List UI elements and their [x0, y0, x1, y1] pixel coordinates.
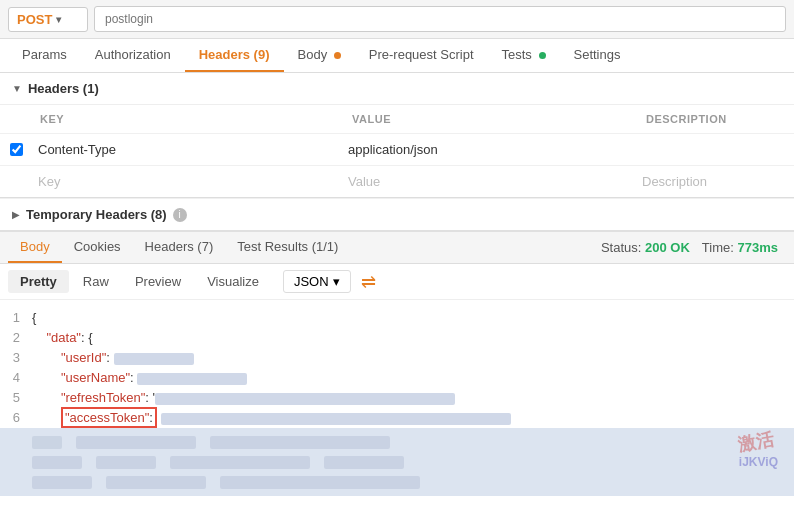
collapse-icon: ▼	[12, 83, 22, 94]
dropdown-chevron: ▾	[333, 274, 340, 289]
placeholder-key[interactable]: Key	[30, 170, 340, 193]
tests-dot	[539, 52, 546, 59]
code-area: 1 { 2 "data": { 3 "userId": 4 "userName"…	[0, 300, 794, 504]
col-value-header: VALUE	[340, 109, 634, 129]
time-label: Time: 773ms	[702, 240, 778, 255]
row-value: application/json	[340, 138, 634, 161]
tab-settings[interactable]: Settings	[560, 39, 635, 72]
code-line-1: 1 {	[0, 308, 794, 328]
format-tab-preview[interactable]: Preview	[123, 270, 193, 293]
response-tab-headers[interactable]: Headers (7)	[133, 232, 226, 263]
code-line-3: 3 "userId":	[0, 348, 794, 368]
url-input[interactable]	[94, 6, 786, 32]
code-line-4: 4 "userName":	[0, 368, 794, 388]
tab-prerequest[interactable]: Pre-request Script	[355, 39, 488, 72]
response-status: Status: 200 OK Time: 773ms	[601, 240, 786, 255]
method-label: POST	[17, 12, 52, 27]
method-select[interactable]: POST ▾	[8, 7, 88, 32]
watermark-text: iJKViQ	[739, 455, 778, 469]
response-tab-cookies[interactable]: Cookies	[62, 232, 133, 263]
code-line-2: 2 "data": {	[0, 328, 794, 348]
tab-tests[interactable]: Tests	[488, 39, 560, 72]
row-desc	[634, 146, 794, 154]
placeholder-value[interactable]: Value	[340, 170, 634, 193]
info-icon[interactable]: i	[173, 208, 187, 222]
json-format-dropdown[interactable]: JSON ▾	[283, 270, 351, 293]
format-tab-visualize[interactable]: Visualize	[195, 270, 271, 293]
placeholder-desc[interactable]: Description	[634, 170, 794, 193]
json-format-label: JSON	[294, 274, 329, 289]
response-tab-body[interactable]: Body	[8, 232, 62, 263]
tab-params[interactable]: Params	[8, 39, 81, 72]
format-tab-raw[interactable]: Raw	[71, 270, 121, 293]
response-bar: Body Cookies Headers (7) Test Results (1…	[0, 230, 794, 264]
temp-headers-section: ▶ Temporary Headers (8) i	[0, 198, 794, 230]
code-line-6: 6 "accessToken":	[0, 408, 794, 428]
response-tab-test-results[interactable]: Test Results (1/1)	[225, 232, 350, 263]
headers-section: ▼ Headers (1) KEY VALUE DESCRIPTION Cont…	[0, 73, 794, 198]
code-line-5: 5 "refreshToken": '	[0, 388, 794, 408]
tab-body[interactable]: Body	[284, 39, 355, 72]
status-label: Status: 200 OK	[601, 240, 690, 255]
row-key: Content-Type	[30, 138, 340, 161]
method-chevron: ▾	[56, 14, 61, 25]
table-header: KEY VALUE DESCRIPTION	[0, 104, 794, 133]
placeholder-row: Key Value Description	[0, 165, 794, 197]
col-key-header: KEY	[0, 109, 340, 129]
table-row: Content-Type application/json	[0, 133, 794, 165]
nav-tabs: Params Authorization Headers (9) Body Pr…	[0, 39, 794, 73]
headers-section-title[interactable]: ▼ Headers (1)	[0, 73, 794, 104]
format-bar: Pretty Raw Preview Visualize JSON ▾ ⇌	[0, 264, 794, 300]
tab-authorization[interactable]: Authorization	[81, 39, 185, 72]
wrap-icon[interactable]: ⇌	[361, 271, 376, 293]
temp-collapse-icon[interactable]: ▶	[12, 209, 20, 220]
col-desc-header: DESCRIPTION	[634, 109, 794, 129]
tab-headers[interactable]: Headers (9)	[185, 39, 284, 72]
temp-headers-label: Temporary Headers (8)	[26, 207, 167, 222]
format-tab-pretty[interactable]: Pretty	[8, 270, 69, 293]
row-checkbox[interactable]	[0, 143, 30, 156]
body-dot	[334, 52, 341, 59]
headers-title-label: Headers (1)	[28, 81, 99, 96]
top-bar: POST ▾	[0, 0, 794, 39]
